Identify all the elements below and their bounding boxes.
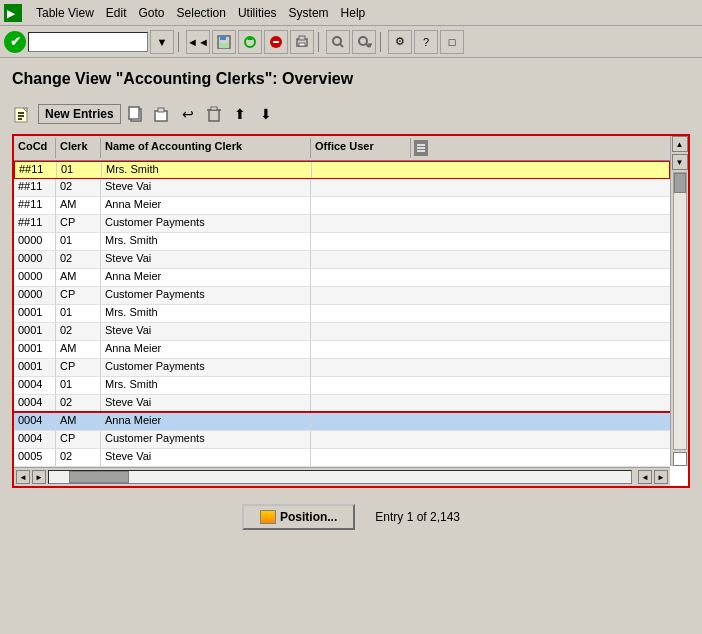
cell-cocd[interactable]: 0001 xyxy=(14,359,56,376)
cell-cocd[interactable]: 0000 xyxy=(14,251,56,268)
move-down-button[interactable]: ⬇ xyxy=(255,103,277,125)
cell-clerk[interactable]: 01 xyxy=(56,233,101,250)
scroll-up-button[interactable]: ▲ xyxy=(672,136,688,152)
cell-name[interactable]: Anna Meier xyxy=(101,413,311,430)
table-row[interactable]: 000101Mrs. Smith xyxy=(14,305,670,323)
cell-cocd[interactable]: 0000 xyxy=(14,287,56,304)
cell-office-user[interactable] xyxy=(311,269,411,286)
paste-button[interactable] xyxy=(151,103,173,125)
cell-clerk[interactable]: AM xyxy=(56,413,101,430)
cell-name[interactable]: Mrs. Smith xyxy=(101,233,311,250)
cell-name[interactable]: Steve Vai xyxy=(101,179,311,196)
cell-office-user[interactable] xyxy=(311,305,411,322)
cell-clerk[interactable]: CP xyxy=(56,431,101,448)
scroll-track[interactable] xyxy=(673,172,687,450)
table-row[interactable]: 000001Mrs. Smith xyxy=(14,233,670,251)
cell-clerk[interactable]: CP xyxy=(56,215,101,232)
cell-clerk[interactable]: 01 xyxy=(57,162,102,178)
cell-office-user[interactable] xyxy=(311,413,411,430)
cell-name[interactable]: Mrs. Smith xyxy=(102,162,312,178)
cell-clerk[interactable]: AM xyxy=(56,269,101,286)
table-row[interactable]: ##1101Mrs. Smith xyxy=(14,161,670,179)
cell-cocd[interactable]: 0004 xyxy=(14,395,56,411)
cell-clerk[interactable]: CP xyxy=(56,287,101,304)
cell-clerk[interactable]: 01 xyxy=(56,305,101,322)
scroll-thumb[interactable] xyxy=(674,173,686,193)
cell-office-user[interactable] xyxy=(311,377,411,394)
cell-office-user[interactable] xyxy=(311,179,411,196)
help-button[interactable]: ? xyxy=(414,30,438,54)
table-row[interactable]: 000102Steve Vai xyxy=(14,323,670,341)
cell-cocd[interactable]: 0001 xyxy=(14,305,56,322)
table-row[interactable]: 000502Steve Vai xyxy=(14,449,670,467)
cell-cocd[interactable]: ##11 xyxy=(14,197,56,214)
cell-name[interactable]: Customer Payments xyxy=(101,431,311,448)
scroll-left-button[interactable]: ◄ xyxy=(16,470,30,484)
print-button[interactable] xyxy=(290,30,314,54)
cell-clerk[interactable]: CP xyxy=(56,359,101,376)
cell-office-user[interactable] xyxy=(311,431,411,448)
cell-clerk[interactable]: 02 xyxy=(56,251,101,268)
h-scroll-thumb[interactable] xyxy=(69,471,129,483)
menu-system[interactable]: System xyxy=(283,4,335,22)
scroll-right-button[interactable]: ► xyxy=(32,470,46,484)
cell-office-user[interactable] xyxy=(311,323,411,340)
table-row[interactable]: 0004CPCustomer Payments xyxy=(14,431,670,449)
scroll-down-button[interactable]: ▼ xyxy=(672,154,688,170)
cell-name[interactable]: Steve Vai xyxy=(101,323,311,340)
cell-name[interactable]: Anna Meier xyxy=(101,341,311,358)
cell-clerk[interactable]: AM xyxy=(56,341,101,358)
save-button[interactable] xyxy=(212,30,236,54)
table-row[interactable]: ##11CPCustomer Payments xyxy=(14,215,670,233)
cell-name[interactable]: Customer Payments xyxy=(101,215,311,232)
col-adjust-icon[interactable] xyxy=(411,138,431,158)
cell-cocd[interactable]: ##11 xyxy=(14,179,56,196)
cell-clerk[interactable]: 02 xyxy=(56,395,101,411)
cell-name[interactable]: Mrs. Smith xyxy=(101,305,311,322)
cell-clerk[interactable]: 02 xyxy=(56,179,101,196)
cell-clerk[interactable]: AM xyxy=(56,197,101,214)
cell-cocd[interactable]: 0004 xyxy=(14,377,56,394)
cell-name[interactable]: Mrs. Smith xyxy=(101,377,311,394)
cell-cocd[interactable]: 0000 xyxy=(14,269,56,286)
confirm-button[interactable]: ✔ xyxy=(4,31,26,53)
cell-name[interactable]: Steve Vai xyxy=(101,449,311,466)
cell-name[interactable]: Anna Meier xyxy=(101,197,311,214)
cell-office-user[interactable] xyxy=(311,215,411,232)
prev-screen-button[interactable]: ◄◄ xyxy=(186,30,210,54)
menu-goto[interactable]: Goto xyxy=(133,4,171,22)
table-row[interactable]: 0000AMAnna Meier xyxy=(14,269,670,287)
cell-name[interactable]: Customer Payments xyxy=(101,359,311,376)
table-row[interactable]: 000002Steve Vai xyxy=(14,251,670,269)
table-row[interactable]: 0004AMAnna Meier xyxy=(14,413,670,431)
table-row[interactable]: 000401Mrs. Smith xyxy=(14,377,670,395)
cell-cocd[interactable]: 0001 xyxy=(14,323,56,340)
table-row[interactable]: 0001CPCustomer Payments xyxy=(14,359,670,377)
cell-cocd[interactable]: ##11 xyxy=(15,162,57,178)
menu-utilities[interactable]: Utilities xyxy=(232,4,283,22)
position-button[interactable]: Position... xyxy=(242,504,355,530)
find-next-button[interactable]: ▼ xyxy=(352,30,376,54)
refresh-button[interactable] xyxy=(238,30,262,54)
delete-button[interactable] xyxy=(203,103,225,125)
stop-button[interactable] xyxy=(264,30,288,54)
cell-clerk[interactable]: 01 xyxy=(56,377,101,394)
find-button[interactable] xyxy=(326,30,350,54)
new-window-button[interactable]: □ xyxy=(440,30,464,54)
cell-cocd[interactable]: 0001 xyxy=(14,341,56,358)
menu-table-view[interactable]: Table View xyxy=(30,4,100,22)
select-all-checkbox[interactable] xyxy=(673,452,687,466)
cell-office-user[interactable] xyxy=(312,162,412,178)
cell-cocd[interactable]: ##11 xyxy=(14,215,56,232)
cell-office-user[interactable] xyxy=(311,287,411,304)
command-field[interactable] xyxy=(28,32,148,52)
cell-office-user[interactable] xyxy=(311,359,411,376)
cell-name[interactable]: Steve Vai xyxy=(101,395,311,411)
cell-office-user[interactable] xyxy=(311,197,411,214)
settings-button[interactable]: ⚙ xyxy=(388,30,412,54)
cell-office-user[interactable] xyxy=(311,251,411,268)
table-row[interactable]: 000402Steve Vai xyxy=(14,395,670,413)
cell-cocd[interactable]: 0005 xyxy=(14,449,56,466)
table-row[interactable]: 0001AMAnna Meier xyxy=(14,341,670,359)
cell-name[interactable]: Steve Vai xyxy=(101,251,311,268)
